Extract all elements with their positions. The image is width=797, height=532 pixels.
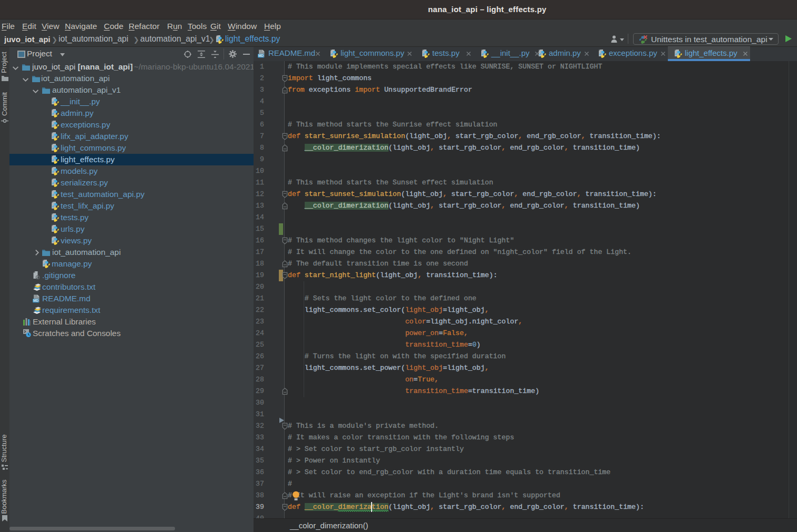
svg-text:MD: MD <box>258 54 264 57</box>
svg-text:MD: MD <box>33 299 38 302</box>
